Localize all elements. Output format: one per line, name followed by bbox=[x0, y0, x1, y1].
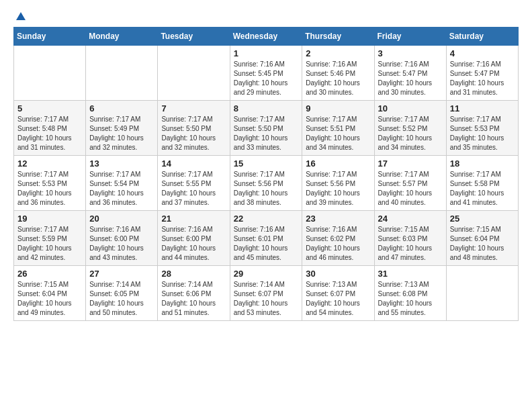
day-number: 6 bbox=[89, 103, 154, 113]
calendar-cell: 19Sunrise: 7:17 AM Sunset: 5:59 PM Dayli… bbox=[14, 211, 86, 266]
day-number: 3 bbox=[378, 48, 443, 58]
day-info: Sunrise: 7:13 AM Sunset: 6:07 PM Dayligh… bbox=[306, 280, 370, 318]
week-row: 19Sunrise: 7:17 AM Sunset: 5:59 PM Dayli… bbox=[14, 211, 519, 266]
day-number: 5 bbox=[17, 103, 82, 113]
day-number: 2 bbox=[306, 48, 370, 58]
day-info: Sunrise: 7:17 AM Sunset: 5:56 PM Dayligh… bbox=[306, 170, 370, 208]
calendar-cell bbox=[14, 46, 86, 101]
day-number: 14 bbox=[161, 158, 226, 169]
day-number: 30 bbox=[306, 269, 370, 279]
calendar-cell: 6Sunrise: 7:17 AM Sunset: 5:49 PM Daylig… bbox=[86, 101, 158, 156]
day-info: Sunrise: 7:14 AM Sunset: 6:07 PM Dayligh… bbox=[234, 280, 299, 318]
calendar-cell: 5Sunrise: 7:17 AM Sunset: 5:48 PM Daylig… bbox=[14, 101, 86, 156]
calendar-cell: 20Sunrise: 7:16 AM Sunset: 6:00 PM Dayli… bbox=[86, 211, 158, 266]
day-number: 10 bbox=[378, 103, 443, 113]
calendar-cell: 23Sunrise: 7:16 AM Sunset: 6:02 PM Dayli… bbox=[302, 211, 374, 266]
day-info: Sunrise: 7:17 AM Sunset: 5:50 PM Dayligh… bbox=[234, 115, 299, 152]
day-number: 15 bbox=[234, 158, 299, 169]
day-number: 24 bbox=[378, 214, 443, 224]
day-number: 11 bbox=[450, 103, 515, 113]
day-info: Sunrise: 7:17 AM Sunset: 5:49 PM Dayligh… bbox=[89, 115, 154, 152]
calendar-cell: 9Sunrise: 7:17 AM Sunset: 5:51 PM Daylig… bbox=[302, 101, 374, 156]
day-info: Sunrise: 7:16 AM Sunset: 5:45 PM Dayligh… bbox=[234, 60, 299, 97]
logo bbox=[13, 11, 27, 21]
day-number: 4 bbox=[450, 48, 515, 58]
weekday-header: Thursday bbox=[302, 28, 374, 46]
day-info: Sunrise: 7:17 AM Sunset: 5:57 PM Dayligh… bbox=[378, 170, 443, 208]
calendar-cell: 14Sunrise: 7:17 AM Sunset: 5:55 PM Dayli… bbox=[158, 156, 230, 211]
day-number: 22 bbox=[234, 214, 299, 224]
day-info: Sunrise: 7:16 AM Sunset: 5:47 PM Dayligh… bbox=[378, 60, 443, 97]
day-info: Sunrise: 7:16 AM Sunset: 6:01 PM Dayligh… bbox=[234, 225, 299, 263]
day-info: Sunrise: 7:17 AM Sunset: 5:54 PM Dayligh… bbox=[89, 170, 154, 208]
day-info: Sunrise: 7:17 AM Sunset: 5:50 PM Dayligh… bbox=[161, 115, 226, 152]
weekday-header: Wednesday bbox=[230, 28, 302, 46]
day-info: Sunrise: 7:14 AM Sunset: 6:05 PM Dayligh… bbox=[89, 280, 154, 318]
weekday-header: Friday bbox=[374, 28, 446, 46]
day-number: 8 bbox=[234, 103, 299, 113]
day-info: Sunrise: 7:17 AM Sunset: 5:53 PM Dayligh… bbox=[17, 170, 82, 208]
day-number: 26 bbox=[17, 269, 82, 279]
calendar-cell: 8Sunrise: 7:17 AM Sunset: 5:50 PM Daylig… bbox=[230, 101, 302, 156]
calendar-cell: 18Sunrise: 7:17 AM Sunset: 5:58 PM Dayli… bbox=[446, 156, 518, 211]
day-info: Sunrise: 7:15 AM Sunset: 6:04 PM Dayligh… bbox=[450, 225, 515, 263]
day-info: Sunrise: 7:15 AM Sunset: 6:04 PM Dayligh… bbox=[17, 280, 82, 318]
calendar-table: SundayMondayTuesdayWednesdayThursdayFrid… bbox=[13, 27, 519, 321]
calendar-cell: 24Sunrise: 7:15 AM Sunset: 6:03 PM Dayli… bbox=[374, 211, 446, 266]
day-number: 19 bbox=[17, 214, 82, 224]
day-number: 25 bbox=[450, 214, 515, 224]
calendar-cell: 10Sunrise: 7:17 AM Sunset: 5:52 PM Dayli… bbox=[374, 101, 446, 156]
day-info: Sunrise: 7:17 AM Sunset: 5:58 PM Dayligh… bbox=[450, 170, 515, 208]
week-row: 12Sunrise: 7:17 AM Sunset: 5:53 PM Dayli… bbox=[14, 156, 519, 211]
day-info: Sunrise: 7:16 AM Sunset: 6:00 PM Dayligh… bbox=[89, 225, 154, 263]
page-container: SundayMondayTuesdayWednesdayThursdayFrid… bbox=[0, 0, 532, 328]
calendar-cell: 31Sunrise: 7:13 AM Sunset: 6:08 PM Dayli… bbox=[374, 266, 446, 321]
calendar-cell: 2Sunrise: 7:16 AM Sunset: 5:46 PM Daylig… bbox=[302, 46, 374, 101]
day-info: Sunrise: 7:14 AM Sunset: 6:06 PM Dayligh… bbox=[161, 280, 226, 318]
day-number: 9 bbox=[306, 103, 370, 113]
calendar-cell: 15Sunrise: 7:17 AM Sunset: 5:56 PM Dayli… bbox=[230, 156, 302, 211]
day-info: Sunrise: 7:17 AM Sunset: 5:56 PM Dayligh… bbox=[234, 170, 299, 208]
logo-icon bbox=[15, 11, 27, 23]
calendar-cell: 11Sunrise: 7:17 AM Sunset: 5:53 PM Dayli… bbox=[446, 101, 518, 156]
day-info: Sunrise: 7:17 AM Sunset: 5:53 PM Dayligh… bbox=[450, 115, 515, 152]
calendar-cell: 3Sunrise: 7:16 AM Sunset: 5:47 PM Daylig… bbox=[374, 46, 446, 101]
day-info: Sunrise: 7:16 AM Sunset: 6:00 PM Dayligh… bbox=[161, 225, 226, 263]
weekday-header: Tuesday bbox=[158, 28, 230, 46]
page-header bbox=[13, 11, 519, 21]
day-info: Sunrise: 7:16 AM Sunset: 6:02 PM Dayligh… bbox=[306, 225, 370, 263]
calendar-cell bbox=[86, 46, 158, 101]
week-row: 26Sunrise: 7:15 AM Sunset: 6:04 PM Dayli… bbox=[14, 266, 519, 321]
calendar-cell: 26Sunrise: 7:15 AM Sunset: 6:04 PM Dayli… bbox=[14, 266, 86, 321]
calendar-cell: 4Sunrise: 7:16 AM Sunset: 5:47 PM Daylig… bbox=[446, 46, 518, 101]
day-info: Sunrise: 7:17 AM Sunset: 5:59 PM Dayligh… bbox=[17, 225, 82, 263]
day-info: Sunrise: 7:16 AM Sunset: 5:46 PM Dayligh… bbox=[306, 60, 370, 97]
day-number: 21 bbox=[161, 214, 226, 224]
day-info: Sunrise: 7:16 AM Sunset: 5:47 PM Dayligh… bbox=[450, 60, 515, 97]
calendar-cell: 7Sunrise: 7:17 AM Sunset: 5:50 PM Daylig… bbox=[158, 101, 230, 156]
weekday-header: Sunday bbox=[14, 28, 86, 46]
day-number: 27 bbox=[89, 269, 154, 279]
calendar-cell: 13Sunrise: 7:17 AM Sunset: 5:54 PM Dayli… bbox=[86, 156, 158, 211]
calendar-cell: 25Sunrise: 7:15 AM Sunset: 6:04 PM Dayli… bbox=[446, 211, 518, 266]
day-number: 20 bbox=[89, 214, 154, 224]
day-info: Sunrise: 7:17 AM Sunset: 5:51 PM Dayligh… bbox=[306, 115, 370, 152]
day-number: 23 bbox=[306, 214, 370, 224]
week-row: 5Sunrise: 7:17 AM Sunset: 5:48 PM Daylig… bbox=[14, 101, 519, 156]
day-info: Sunrise: 7:17 AM Sunset: 5:52 PM Dayligh… bbox=[378, 115, 443, 152]
day-number: 31 bbox=[378, 269, 443, 279]
day-number: 7 bbox=[161, 103, 226, 113]
day-number: 16 bbox=[306, 158, 370, 169]
day-number: 13 bbox=[89, 158, 154, 169]
weekday-header: Monday bbox=[86, 28, 158, 46]
day-number: 17 bbox=[378, 158, 443, 169]
day-number: 18 bbox=[450, 158, 515, 169]
day-info: Sunrise: 7:15 AM Sunset: 6:03 PM Dayligh… bbox=[378, 225, 443, 263]
day-number: 28 bbox=[161, 269, 226, 279]
calendar-cell: 27Sunrise: 7:14 AM Sunset: 6:05 PM Dayli… bbox=[86, 266, 158, 321]
svg-marker-0 bbox=[16, 12, 26, 20]
calendar-cell: 28Sunrise: 7:14 AM Sunset: 6:06 PM Dayli… bbox=[158, 266, 230, 321]
day-info: Sunrise: 7:17 AM Sunset: 5:55 PM Dayligh… bbox=[161, 170, 226, 208]
day-info: Sunrise: 7:17 AM Sunset: 5:48 PM Dayligh… bbox=[17, 115, 82, 152]
calendar-cell: 21Sunrise: 7:16 AM Sunset: 6:00 PM Dayli… bbox=[158, 211, 230, 266]
